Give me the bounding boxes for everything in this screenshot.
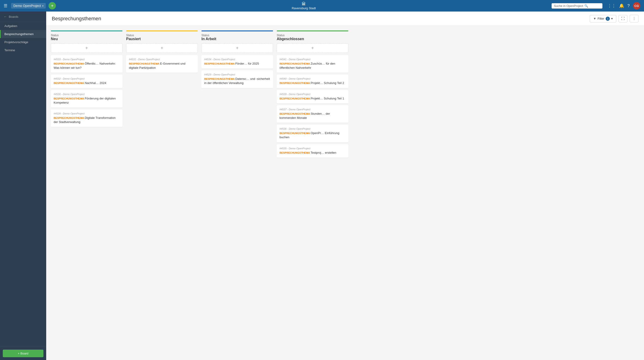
card-title: BESPRECHUNGSTHEMA OpenPr… Einführung buc…: [280, 131, 346, 139]
logo-text: Ravensburg Stadt: [292, 6, 316, 10]
card[interactable]: #4539 - Demo OpenProjectBESPRECHUNGSTHEM…: [277, 90, 348, 103]
card-type: BESPRECHUNGSTHEMA: [54, 97, 85, 100]
card[interactable]: #4535 - Demo OpenProjectBESPRECHUNGSTHEM…: [277, 144, 348, 158]
sidebar-item-aufgaben[interactable]: Aufgaben: [0, 22, 46, 30]
topnav-right: ⋮⋮ 🔔 ? CG: [608, 2, 640, 9]
column-abgeschlossen: StatusAbgeschlossen+#4541 - Demo OpenPro…: [277, 30, 348, 360]
card-meta: #4535 - Demo OpenProject: [280, 147, 346, 150]
main-content: Besprechungsthemen ▼ Filter 1 ▾ ⛶ ⋮ Stat…: [46, 11, 644, 360]
filter-icon: ▼: [593, 17, 596, 20]
card-meta: #4532 - Demo OpenProject: [54, 77, 120, 80]
card-type: BESPRECHUNGSTHEMA: [280, 132, 311, 135]
card[interactable]: #4533 - Demo OpenProjectBESPRECHUNGSTHEM…: [51, 55, 122, 73]
column-status-label: Status: [277, 34, 348, 37]
main-actions: ▼ Filter 1 ▾ ⛶ ⋮: [590, 15, 638, 22]
card-meta: #4541 - Demo OpenProject: [280, 58, 346, 61]
card-meta: #4531 - Demo OpenProject: [129, 58, 195, 61]
logo: 🏛 Ravensburg Stadt: [292, 1, 316, 10]
card-title: BESPRECHUNGSTHEMA Datensc… und -sicherhe…: [204, 77, 270, 85]
more-options-button[interactable]: ⋮: [630, 15, 638, 22]
cards-list-pausiert: #4531 - Demo OpenProjectBESPRECHUNGSTHEM…: [126, 55, 198, 360]
card-type: BESPRECHUNGSTHEMA: [280, 112, 311, 115]
sidebar-bottom: + Board: [0, 347, 46, 360]
card-title: BESPRECHUNGSTHEMA Digitale Transformatio…: [54, 116, 120, 124]
back-arrow-icon: ←: [4, 15, 7, 18]
column-status-label: Status: [202, 34, 273, 37]
add-card-button-abgeschlossen[interactable]: +: [277, 43, 348, 53]
card-type: BESPRECHUNGSTHEMA: [129, 62, 160, 65]
card-type: BESPRECHUNGSTHEMA: [280, 97, 311, 100]
add-board-button[interactable]: + Board: [3, 350, 44, 357]
add-card-button-in-arbeit[interactable]: +: [202, 43, 273, 53]
sidebar-item-projektvorschlaege[interactable]: Projektvorschläge: [0, 38, 46, 46]
column-status-name: Abgeschlossen: [277, 37, 348, 41]
column-status-name: In Arbeit: [202, 37, 273, 41]
card-meta: #4534 - Demo OpenProject: [204, 58, 270, 61]
column-pausiert: StatusPausiert+#4531 - Demo OpenProjectB…: [126, 30, 198, 360]
card[interactable]: #4532 - Demo OpenProjectBESPRECHUNGSTHEM…: [51, 74, 122, 88]
column-bar-neu: [51, 30, 122, 31]
card-title: BESPRECHUNGSTHEMA Zuschüs… für den öffen…: [280, 62, 346, 70]
chevron-down-icon: ▾: [42, 4, 44, 7]
card[interactable]: #4540 - Demo OpenProjectBESPRECHUNGSTHEM…: [277, 74, 348, 88]
card-meta: #4529 - Demo OpenProject: [204, 73, 270, 76]
column-bar-pausiert: [126, 30, 198, 31]
add-card-button-pausiert[interactable]: +: [126, 43, 198, 53]
card-type: BESPRECHUNGSTHEMA: [204, 62, 236, 65]
column-in-arbeit: StatusIn Arbeit+#4534 - Demo OpenProject…: [202, 30, 273, 360]
column-neu: StatusNeu+#4533 - Demo OpenProjectBESPRE…: [51, 30, 122, 360]
card-meta: #4533 - Demo OpenProject: [54, 58, 120, 61]
column-status-name: Pausiert: [126, 37, 198, 41]
bell-icon[interactable]: 🔔: [619, 3, 624, 8]
card-meta: #4536 - Demo OpenProject: [280, 127, 346, 130]
column-bar-in-arbeit: [202, 30, 273, 31]
sidebar-item-termine[interactable]: Termine: [0, 46, 46, 54]
user-avatar[interactable]: CG: [633, 2, 640, 9]
project-selector[interactable]: Demo OpenProject ▾: [11, 3, 46, 8]
search-icon: 🔍: [584, 4, 588, 7]
card-type: BESPRECHUNGSTHEMA: [204, 77, 236, 80]
grid-icon[interactable]: ⋮⋮: [608, 3, 616, 8]
card[interactable]: #4534 - Demo OpenProjectBESPRECHUNGSTHEM…: [202, 55, 273, 68]
sidebar-item-besprechungsthemen[interactable]: Besprechungsthemen: [0, 30, 46, 38]
card[interactable]: #4537 - Demo OpenProjectBESPRECHUNGSTHEM…: [277, 105, 348, 123]
column-status-name: Neu: [51, 37, 122, 41]
search-bar[interactable]: Suche in OpenProject 🔍: [552, 3, 602, 8]
column-status-label: Status: [126, 34, 198, 37]
fullscreen-button[interactable]: ⛶: [618, 15, 627, 22]
card-meta: #4539 - Demo OpenProject: [280, 93, 346, 95]
cards-list-abgeschlossen: #4541 - Demo OpenProjectBESPRECHUNGSTHEM…: [277, 55, 348, 360]
hamburger-icon[interactable]: ☰: [4, 3, 8, 8]
fullscreen-icon: ⛶: [621, 17, 625, 21]
sidebar-back[interactable]: ← Boards: [0, 11, 46, 22]
card-title: BESPRECHUNGSTHEMA Förder… für 2025: [204, 62, 270, 66]
card[interactable]: #4536 - Demo OpenProjectBESPRECHUNGSTHEM…: [277, 125, 348, 142]
filter-button[interactable]: ▼ Filter 1 ▾: [590, 15, 616, 22]
card-type: BESPRECHUNGSTHEMA: [280, 82, 311, 84]
help-icon[interactable]: ?: [627, 3, 630, 8]
topnav-center: 🏛 Ravensburg Stadt: [59, 1, 549, 10]
card-meta: #4530 - Demo OpenProject: [54, 93, 120, 95]
sidebar: ← Boards Aufgaben Besprechungsthemen Pro…: [0, 11, 46, 360]
card[interactable]: #4529 - Demo OpenProjectBESPRECHUNGSTHEM…: [202, 70, 273, 88]
card[interactable]: #4531 - Demo OpenProjectBESPRECHUNGSTHEM…: [126, 55, 198, 73]
board-area: StatusNeu+#4533 - Demo OpenProjectBESPRE…: [46, 26, 644, 360]
card-title: BESPRECHUNGSTHEMA Projekt… Schulung Teil…: [280, 81, 346, 85]
card-meta: #4528 - Demo OpenProject: [54, 112, 120, 115]
cards-list-in-arbeit: #4534 - Demo OpenProjectBESPRECHUNGSTHEM…: [202, 55, 273, 360]
card-title: BESPRECHUNGSTHEMA Förderung der digitale…: [54, 96, 120, 105]
card[interactable]: #4528 - Demo OpenProjectBESPRECHUNGSTHEM…: [51, 109, 122, 127]
search-placeholder: Suche in OpenProject: [554, 4, 583, 7]
add-card-button-neu[interactable]: +: [51, 43, 122, 53]
create-button[interactable]: +: [48, 2, 56, 9]
card-type: BESPRECHUNGSTHEMA: [54, 116, 85, 119]
card-title: BESPRECHUNGSTHEMA Testproj… erstellen: [280, 151, 346, 155]
sidebar-back-label: Boards: [9, 15, 18, 18]
card-meta: #4540 - Demo OpenProject: [280, 77, 346, 80]
column-bar-abgeschlossen: [277, 30, 348, 31]
topnav: ☰ Demo OpenProject ▾ + 🏛 Ravensburg Stad…: [0, 0, 644, 11]
card-title: BESPRECHUNGSTHEMA E-Government und digit…: [129, 62, 195, 70]
card[interactable]: #4541 - Demo OpenProjectBESPRECHUNGSTHEM…: [277, 55, 348, 73]
card[interactable]: #4530 - Demo OpenProjectBESPRECHUNGSTHEM…: [51, 90, 122, 107]
card-type: BESPRECHUNGSTHEMA: [280, 62, 311, 65]
